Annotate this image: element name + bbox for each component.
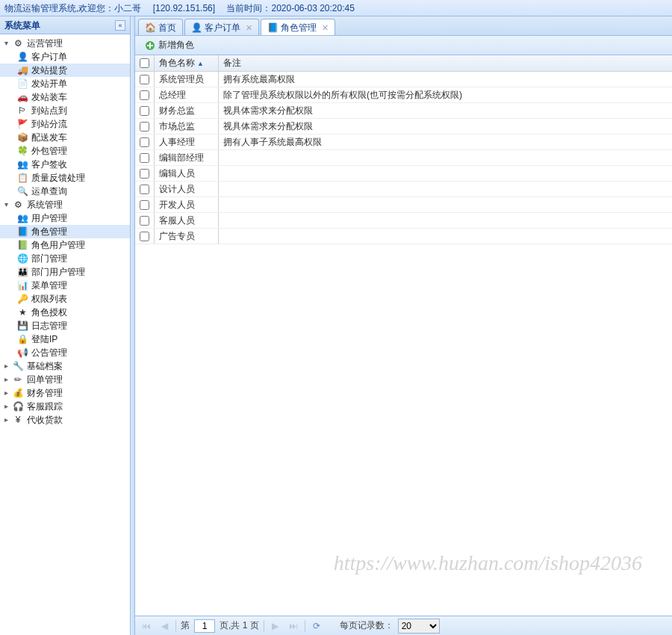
table-row[interactable]: 总经理除了管理员系统权限以外的所有权限(也可按需分配系统权限) [135,87,672,103]
table-row[interactable]: 财务总监视具体需求来分配权限 [135,103,672,119]
page-number-input[interactable] [194,619,215,633]
cell-role-name: 总经理 [155,87,219,102]
tab[interactable]: 🏠首页 [138,19,183,35]
expand-icon[interactable]: ▸ [1,388,10,397]
expand-icon[interactable]: ▸ [1,375,10,384]
tree-item[interactable]: 📊菜单管理 [0,279,130,292]
table-row[interactable]: 编辑人员 [135,166,672,182]
tree-item[interactable]: 📗角色用户管理 [0,238,130,252]
tree-section-label: 代收货款 [27,413,63,427]
truck-icon: 🚚 [16,64,28,76]
row-checkbox[interactable] [140,216,149,226]
tab-label: 客户订单 [205,20,240,35]
tree-item[interactable]: 🚩到站分流 [0,117,130,131]
table-row[interactable]: 广告专员 [135,229,672,244]
tree-item[interactable]: 🏳到站点到 [0,104,130,117]
sidebar-collapse-button[interactable]: « [115,20,125,31]
cell-role-name: 开发人员 [155,197,219,212]
row-checkbox[interactable] [140,153,149,163]
page-last-button[interactable]: ⏭ [287,619,300,633]
tree-item[interactable]: 🚗发站装车 [0,90,130,104]
table-row[interactable]: 客服人员 [135,213,672,229]
tree-section[interactable]: ▸🔧基础档案 [0,359,130,373]
tree-item[interactable]: 👥客户签收 [0,158,130,171]
table-row[interactable]: 系统管理员拥有系统最高权限 [135,72,672,87]
add-role-button[interactable]: 新增角色 [140,37,199,54]
page-suffix-label: 页,共 1 页 [220,619,259,632]
cell-role-name: 系统管理员 [155,72,219,87]
table-row[interactable]: 市场总监视具体需求来分配权限 [135,119,672,134]
collapse-icon[interactable]: ▾ [1,200,10,209]
row-checkbox[interactable] [140,122,149,131]
column-remark[interactable]: 备注 [219,55,672,71]
tree-item-label: 发站开单 [31,77,67,90]
page-refresh-button[interactable]: ⟳ [310,619,323,633]
tree-item-label: 角色授权 [31,306,67,319]
tree-item[interactable]: 🔒登陆IP [0,332,130,346]
tree-item[interactable]: 📢公告管理 [0,346,130,359]
expand-icon[interactable]: ▸ [1,362,10,371]
tree-item[interactable]: 👪部门用户管理 [0,265,130,279]
row-checkbox[interactable] [140,137,149,147]
tab-label: 首页 [158,20,176,35]
tree-item[interactable]: 📋质量反馈处理 [0,171,130,185]
grid-body: 系统管理员拥有系统最高权限总经理除了管理员系统权限以外的所有权限(也可按需分配系… [135,72,672,616]
tab-label: 角色管理 [281,20,317,35]
car-icon: 🚗 [16,91,28,103]
grant-icon: ★ [16,306,28,318]
tree-item[interactable]: 📦配送发车 [0,131,130,144]
pencil-icon: ✏ [12,374,24,385]
row-checkbox[interactable] [140,169,149,179]
send-icon: 📦 [16,131,28,143]
tree-section[interactable]: ▸💰财务管理 [0,386,130,400]
tree-item[interactable]: 🌐部门管理 [0,252,130,265]
tree-item[interactable]: 🔑权限列表 [0,292,130,306]
column-role-name[interactable]: 角色名称 ▲ [155,55,219,71]
tree-item[interactable]: 📘角色管理 [0,225,130,238]
expand-icon[interactable]: ▸ [1,402,10,411]
column-checkbox-header[interactable] [135,55,155,71]
page-first-button[interactable]: ⏮ [140,619,153,633]
expand-icon[interactable]: ▸ [1,415,10,424]
tree-item[interactable]: 👤客户订单 [0,50,130,64]
row-checkbox[interactable] [140,185,149,194]
tab-close-icon[interactable]: ✕ [246,20,252,35]
row-checkbox[interactable] [140,106,149,116]
gear-icon: ⚙ [12,199,24,211]
tree-section[interactable]: ▸✏回单管理 [0,373,130,386]
tree-section[interactable]: ▾⚙系统管理 [0,198,130,211]
sidebar-title: 系统菜单 [4,16,40,34]
tab[interactable]: 📘角色管理✕ [261,19,335,35]
row-checkbox[interactable] [140,200,149,210]
role-icon: 📘 [16,226,28,238]
row-checkbox[interactable] [140,232,149,241]
tree-section[interactable]: ▸¥代收货款 [0,413,130,427]
tree-item[interactable]: 💾日志管理 [0,319,130,332]
tree-section[interactable]: ▸🎧客服跟踪 [0,400,130,413]
cell-remark [219,182,672,196]
tree-item[interactable]: 🚚发站提货 [0,64,130,77]
table-row[interactable]: 开发人员 [135,197,672,213]
time-value: 2020-06-03 20:20:45 [271,3,354,13]
page-size-select[interactable]: 20 [398,619,440,634]
tree-item[interactable]: ★角色授权 [0,306,130,319]
select-all-checkbox[interactable] [140,58,149,68]
tree-item[interactable]: 🍀外包管理 [0,144,130,158]
table-row[interactable]: 设计人员 [135,182,672,197]
tab-close-icon[interactable]: ✕ [322,20,329,35]
page-prev-button[interactable]: ◀ [158,619,171,633]
page-next-button[interactable]: ▶ [269,619,282,633]
row-checkbox[interactable] [140,75,149,84]
collapse-icon[interactable]: ▾ [1,39,10,48]
tree-section[interactable]: ▾⚙运营管理 [0,37,130,50]
tab[interactable]: 👤客户订单✕ [184,19,259,35]
table-row[interactable]: 编辑部经理 [135,150,672,166]
cell-remark: 拥有人事子系统最高权限 [219,134,672,149]
table-row[interactable]: 人事经理拥有人事子系统最高权限 [135,134,672,150]
tree-item[interactable]: 📄发站开单 [0,77,130,90]
gear-icon: ⚙ [12,37,24,49]
row-checkbox[interactable] [140,90,149,100]
tree-item[interactable]: 🔍运单查询 [0,185,130,198]
money-icon: 💰 [12,387,24,399]
tree-item[interactable]: 👥用户管理 [0,211,130,225]
